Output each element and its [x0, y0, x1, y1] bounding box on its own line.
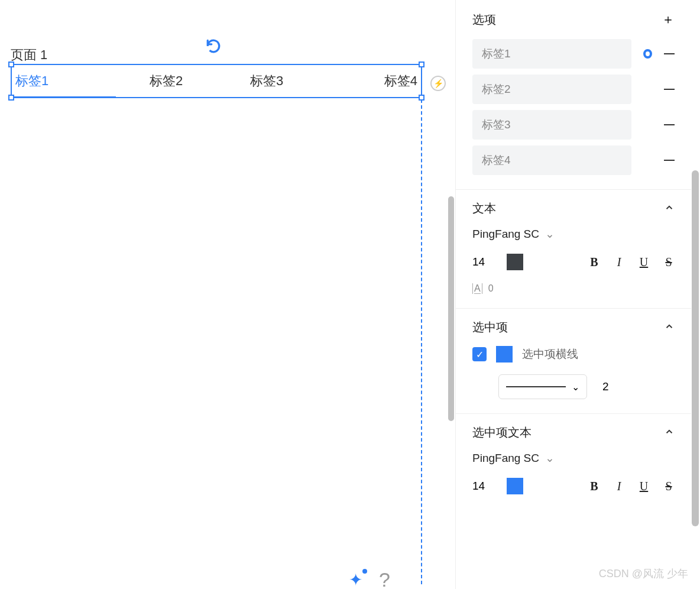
option-input-2[interactable]	[472, 75, 631, 104]
font-size-input[interactable]: 14	[472, 255, 492, 268]
tabbar: 标签1 标签2 标签3 标签4	[12, 65, 421, 97]
section-title-selected-text: 选中项文本	[472, 425, 532, 441]
tab-2[interactable]: 标签2	[116, 72, 216, 90]
underline-button[interactable]: U	[638, 480, 650, 493]
letter-spacing-icon: A	[472, 283, 482, 294]
panel-scrollbar[interactable]	[692, 170, 699, 526]
bold-button[interactable]: B	[588, 255, 600, 269]
option-input-4[interactable]	[472, 145, 631, 175]
remove-option-icon[interactable]	[664, 124, 675, 125]
section-title-options: 选项	[472, 12, 496, 28]
properties-panel: 选项 ＋	[455, 0, 700, 589]
canvas-area[interactable]: 页面 1 标签1 标签2 标签3 标签4 ⚡ ✦ ?	[0, 0, 455, 589]
strikethrough-button[interactable]: S	[663, 255, 675, 269]
remove-option-icon[interactable]	[664, 53, 675, 54]
chevron-up-icon[interactable]	[664, 321, 675, 334]
option-row-2	[472, 75, 675, 104]
section-selected-item: 选中项 ✓ 选中项横线 ⌄ 2	[456, 309, 691, 414]
italic-button[interactable]: I	[613, 480, 625, 493]
canvas-scrollbar[interactable]	[448, 196, 454, 421]
line-sample	[506, 386, 566, 387]
page-title: 页面 1	[11, 46, 47, 64]
section-selected-text: 选中项文本 PingFang SC ⌄ 14 B I U S	[456, 414, 691, 509]
resize-handle-bl[interactable]	[8, 95, 14, 101]
underline-label: 选中项横线	[522, 347, 578, 362]
line-width-input[interactable]: 2	[602, 380, 609, 393]
chevron-down-icon: ⌄	[545, 451, 555, 465]
sparkle-icon[interactable]: ✦	[349, 570, 362, 589]
letter-spacing-input[interactable]: 0	[488, 283, 494, 294]
underline-checkbox[interactable]: ✓	[472, 347, 487, 361]
resize-handle-tl[interactable]	[8, 62, 14, 67]
text-color-swatch[interactable]	[507, 254, 523, 270]
section-text: 文本 PingFang SC ⌄ 14 B I U S A 0	[456, 190, 691, 309]
option-input-3[interactable]	[472, 110, 631, 140]
section-title-selected: 选中项	[472, 319, 508, 335]
option-radio-selected[interactable]	[643, 49, 652, 59]
tab-1[interactable]: 标签1	[12, 72, 116, 90]
remove-option-icon[interactable]	[664, 160, 675, 161]
font-family-select[interactable]: PingFang SC ⌄	[472, 227, 675, 241]
remove-option-icon[interactable]	[664, 89, 675, 90]
underline-button[interactable]: U	[638, 255, 650, 269]
font-family-value: PingFang SC	[472, 228, 539, 241]
selected-font-size-input[interactable]: 14	[472, 480, 492, 493]
tab-3[interactable]: 标签3	[216, 72, 317, 90]
help-icon[interactable]: ?	[379, 568, 390, 589]
italic-button[interactable]: I	[613, 255, 625, 269]
bold-button[interactable]: B	[588, 480, 600, 493]
strikethrough-button[interactable]: S	[663, 480, 675, 493]
option-row-1	[472, 39, 675, 69]
chevron-down-icon: ⌄	[545, 227, 555, 241]
option-row-4	[472, 145, 675, 175]
selected-font-family-value: PingFang SC	[472, 452, 539, 465]
resize-handle-tr[interactable]	[419, 62, 424, 67]
option-input-1[interactable]	[472, 39, 631, 69]
tabbar-selection[interactable]: 标签1 标签2 标签3 标签4 ⚡	[11, 64, 422, 98]
section-title-text: 文本	[472, 200, 496, 216]
line-style-select[interactable]: ⌄	[498, 374, 587, 399]
underline-color-swatch[interactable]	[496, 346, 513, 363]
chevron-down-icon: ⌄	[572, 381, 579, 393]
chevron-up-icon[interactable]	[664, 202, 675, 215]
lightning-icon[interactable]: ⚡	[430, 76, 446, 91]
reload-icon[interactable]	[206, 38, 221, 58]
add-option-icon[interactable]: ＋	[662, 11, 675, 28]
tab-4[interactable]: 标签4	[317, 72, 421, 90]
chevron-up-icon[interactable]	[664, 426, 675, 439]
section-options: 选项 ＋	[456, 0, 691, 190]
option-row-3	[472, 110, 675, 140]
selected-text-color-swatch[interactable]	[507, 478, 523, 494]
guide-line	[421, 99, 422, 584]
selected-font-family-select[interactable]: PingFang SC ⌄	[472, 451, 675, 465]
